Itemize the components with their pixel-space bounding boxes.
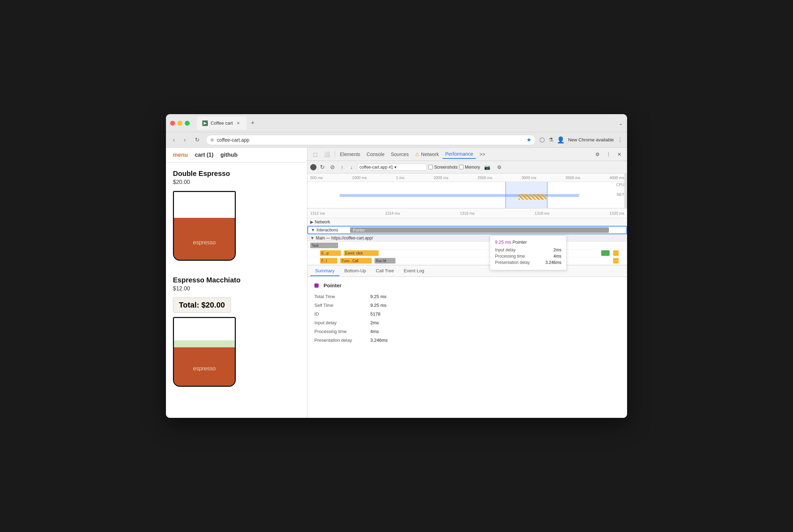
cup-body-1: espresso [173, 191, 236, 261]
new-chrome-badge[interactable]: New Chrome available [568, 137, 614, 142]
summary-self-time-row: Self Time 9.25 ms [314, 303, 620, 308]
zoom-marks: 1312 ms 1314 ms 1316 ms 1318 ms 1320 ms [310, 211, 624, 215]
website-content: Double Espresso $20.00 espresso Espresso… [166, 163, 307, 418]
interactions-track-row[interactable]: ▼ Interactions Pointer 9.25 ms Pointer I… [307, 226, 627, 234]
yellow-bar [613, 250, 619, 256]
cup-fill-1 [174, 218, 235, 260]
summary-input-delay-row: Input delay 2ms [314, 320, 620, 325]
summary-processing-value: 4ms [370, 329, 379, 334]
performance-tab[interactable]: Performance [442, 150, 476, 159]
active-tab[interactable]: ▶ Coffee cart ✕ [197, 117, 247, 130]
memory-checkbox-group[interactable]: Memory [459, 165, 480, 170]
tooltip-processing-value: 4ms [553, 254, 561, 259]
zoom-1314: 1314 ms [385, 211, 400, 215]
console-tab[interactable]: Console [364, 150, 387, 158]
reload-button[interactable]: ↻ [192, 135, 202, 145]
tooltip-processing-label: Processing time [495, 254, 525, 259]
run-bar: Run M [374, 258, 395, 264]
close-devtools-btn[interactable]: ✕ [614, 150, 624, 158]
network-tab[interactable]: ⚠ Network [412, 150, 442, 158]
elements-tab[interactable]: Elements [337, 150, 363, 158]
clear-button[interactable]: ⊘ [328, 163, 337, 171]
minimize-button[interactable] [177, 121, 182, 126]
website-nav: menu cart (1) github [166, 148, 307, 163]
tab-bar: ▶ Coffee cart ✕ + [197, 117, 616, 130]
maximize-button[interactable] [185, 121, 190, 126]
device-toggle-btn[interactable]: ⬜ [321, 150, 333, 158]
memory-checkbox[interactable] [459, 165, 464, 169]
interactions-track-label: Interactions [317, 228, 338, 232]
network-track-row[interactable]: ▶ Network [307, 218, 627, 226]
task-row: Task [307, 242, 627, 250]
session-selector[interactable]: coffee-cart.app #1 ▾ [357, 164, 427, 171]
product-name-2: Espresso Macchiato [173, 276, 300, 284]
flame-chart-area: ▶ Network ▼ Interactions Pointer 9.25 ms… [307, 218, 627, 265]
tab-event-log[interactable]: Event Log [399, 266, 429, 276]
nav-cart[interactable]: cart (1) [195, 152, 213, 158]
summary-presentation-value: 3.246ms [370, 338, 388, 343]
timeline-bar-yellow [518, 194, 546, 200]
mark-3000: 3000 ms [522, 176, 536, 180]
func-bar: F...I [320, 258, 337, 264]
screenshots-checkbox-group[interactable]: Screenshots [428, 165, 458, 170]
summary-title: Pointer [314, 282, 620, 288]
close-button[interactable] [170, 121, 175, 126]
interactions-expand-icon[interactable]: ▼ [311, 228, 315, 232]
lab-icon[interactable]: ⚗ [548, 136, 553, 143]
summary-total-time-value: 9.25 ms [370, 294, 386, 299]
tooltip-ms: 9.25 ms [495, 239, 511, 245]
tab-call-tree[interactable]: Call Tree [371, 266, 399, 276]
security-icon: ⊕ [210, 137, 214, 142]
ruler-marks: 500 ms 1000 ms 1 ms 2000 ms 2500 ms 3000… [310, 176, 624, 180]
more-tabs-btn[interactable]: >> [477, 150, 488, 158]
forward-button[interactable]: › [181, 135, 188, 145]
record-button[interactable] [310, 164, 317, 170]
interactions-pointer-bar[interactable]: Pointer [350, 227, 609, 233]
chevron-down-icon[interactable]: ⌄ [619, 120, 623, 126]
network-track-label: Network [315, 220, 330, 224]
screenshots-checkbox[interactable] [428, 165, 433, 169]
nav-menu[interactable]: menu [173, 152, 188, 158]
inspect-element-btn[interactable]: ⬚ [310, 150, 320, 158]
cup-handle-1 [235, 209, 236, 230]
tab-title: Coffee cart [211, 120, 233, 126]
cpu-label: CPU [616, 183, 624, 187]
main-expand-icon[interactable]: ▼ [310, 236, 314, 241]
download-button[interactable]: ↓ [348, 163, 356, 171]
mark-1000: 1000 ms [352, 176, 367, 180]
website-panel: menu cart (1) github Double Espresso $20… [166, 148, 307, 418]
nav-github[interactable]: github [220, 152, 238, 158]
net-label: NET [617, 192, 624, 197]
tooltip-title: 9.25 ms Pointer [495, 239, 561, 245]
timeline-scrollbar[interactable] [624, 173, 627, 208]
more-options-btn[interactable]: ⋮ [603, 150, 614, 158]
green-bar [601, 250, 610, 256]
extensions-icon[interactable]: ⬡ [539, 136, 545, 144]
performance-settings-btn[interactable]: ⚙ [494, 163, 504, 171]
sources-tab[interactable]: Sources [388, 150, 412, 158]
tooltip-presentation-row: Presentation delay 3.246ms [495, 260, 561, 265]
browser-window: ▶ Coffee cart ✕ + ⌄ ‹ › ↻ ⊕ coffee-cart.… [166, 114, 627, 418]
reload-record-button[interactable]: ↻ [318, 163, 327, 171]
zoom-1316: 1316 ms [460, 211, 474, 215]
upload-button[interactable]: ↑ [338, 163, 346, 171]
tab-summary[interactable]: Summary [310, 266, 340, 276]
tooltip-input-delay-value: 2ms [553, 247, 561, 252]
back-button[interactable]: ‹ [170, 135, 177, 145]
network-expand-icon[interactable]: ▶ [310, 220, 313, 224]
more-options-icon[interactable]: ⋮ [617, 136, 623, 143]
capture-screenshot-btn[interactable]: 📷 [481, 163, 493, 171]
summary-presentation-row: Presentation delay 3.246ms [314, 338, 620, 343]
profile-icon[interactable]: 👤 [557, 136, 565, 144]
summary-input-delay-label: Input delay [314, 320, 370, 325]
bottom-tabs: Summary Bottom-Up Call Tree Event Log [307, 265, 627, 277]
tab-bottom-up[interactable]: Bottom-Up [340, 266, 371, 276]
address-bar[interactable]: ⊕ coffee-cart.app ★ [206, 135, 536, 145]
bookmark-icon[interactable]: ★ [526, 136, 531, 143]
cup-label-1: espresso [174, 239, 235, 246]
new-tab-button[interactable]: + [248, 118, 257, 128]
settings-btn[interactable]: ⚙ [592, 150, 603, 158]
summary-processing-label: Processing time [314, 329, 370, 334]
tab-close-button[interactable]: ✕ [235, 120, 241, 126]
main-thread-label: Main — https://coffee-cart.app/ [316, 236, 373, 241]
